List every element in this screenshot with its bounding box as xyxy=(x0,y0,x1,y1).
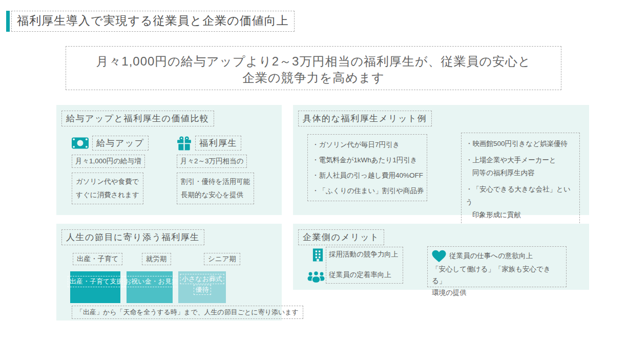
examples-list-right: ・映画館500円引きなど娯楽優待 ・上場企業や大手メーカーと 同等の福利厚生内容… xyxy=(461,133,580,226)
life-block-childcare: 出産・子育て支援 xyxy=(70,271,120,303)
life-block-funeral-label-1: 小さなお葬式 xyxy=(180,274,224,284)
title-accent-bar xyxy=(6,11,10,32)
salary-column: 給与アップ 月々1,000円の給与増 ガソリン代や食費で すぐに消費されます xyxy=(72,135,149,204)
company-merit-1: 採用活動の競争力向上 xyxy=(329,250,398,259)
company-merit-2: 従業員の定着率向上 xyxy=(329,270,391,280)
life-block-gift-money-label: お祝い金・お見舞金 xyxy=(122,276,187,287)
motivation-title: 従業員の仕事への意欲向上 xyxy=(449,251,533,261)
life-stage-blocks: 出産・子育て支援 お祝い金・お見舞金 小さなお葬式 優待 xyxy=(70,271,270,303)
stage-label-senior: シニア期 xyxy=(204,253,240,265)
example-item-cont: 同等の福利厚生内容 xyxy=(466,166,575,179)
welfare-note-line-1: 割引・優待を活用可能 xyxy=(181,178,250,185)
example-item-text: ・映画館500円引きなど娯楽優待 xyxy=(466,137,575,150)
life-header: 人生の節目に寄り添う福利厚生 xyxy=(61,229,204,245)
life-block-gift-money: お祝い金・お見舞金 xyxy=(127,271,173,303)
panel-benefit-examples: 具体的な福利厚生メリット例 ・ガソリン代が毎日7円引き ・電気料金が1kWhあた… xyxy=(293,105,589,215)
motivation-line-1: 「安心して働ける」「家族も安心できる」 xyxy=(432,263,562,287)
example-item-text: ・「安心できる大きな会社」という xyxy=(466,183,575,208)
examples-header: 具体的な福利厚生メリット例 xyxy=(298,111,432,126)
motivation-box: 従業員の仕事への意欲向上 「安心して働ける」「家族も安心できる」 環境の提供 xyxy=(427,246,567,287)
example-item: ・上場企業や大手メーカーと 同等の福利厚生内容 xyxy=(466,154,575,179)
life-block-funeral: 小さなお葬式 優待 xyxy=(178,271,226,303)
life-caption: 「出産」から「天命を全うする時」まで、人生の節目ごとに寄り添います xyxy=(72,306,303,319)
building-icon xyxy=(311,248,324,262)
welfare-amount: 月々2～3万円相当の xyxy=(177,155,247,168)
example-item: ・電気料金が1kWhあたり1円引き xyxy=(312,155,423,165)
lead-line-2: 企業の競争力を高めます xyxy=(66,70,561,86)
page-header: 福利厚生導入で実現する従業員と企業の価値向上 xyxy=(6,11,295,32)
example-item: ・映画館500円引きなど娯楽優待 xyxy=(466,137,575,150)
users-icon xyxy=(307,269,325,284)
panel-life-stages: 人生の節目に寄り添う福利厚生 出産・子育て 就労期 シニア期 出産・子育て支援 … xyxy=(56,224,282,320)
money-icon xyxy=(72,137,89,149)
comparison-header: 給与アップと福利厚生の価値比較 xyxy=(61,111,214,126)
example-item: ・「ふくりの住まい」割引や商品券 xyxy=(312,185,423,196)
company-merit-box: 採用活動の競争力向上 従業員の定着率向上 xyxy=(326,247,403,284)
salary-label: 給与アップ xyxy=(92,136,149,151)
life-block-funeral-label-2: 優待 xyxy=(194,285,211,295)
salary-note-line-2: すぐに消費されます xyxy=(76,191,139,199)
life-block-childcare-label: 出産・子育て支援 xyxy=(68,276,125,287)
welfare-note: 割引・優待を活用可能 長期的な安心を提供 xyxy=(177,173,254,204)
salary-note: ガソリン代や食費で すぐに消費されます xyxy=(72,173,143,204)
example-item: ・ガソリン代が毎日7円引き xyxy=(312,139,423,150)
salary-note-line-1: ガソリン代や食費で xyxy=(76,178,139,185)
panel-value-comparison: 給与アップと福利厚生の価値比較 給与アップ 月々1,000円の給与増 ガソリン代… xyxy=(56,105,282,215)
lead-line-1: 月々1,000円の給与アップより2～3万円相当の福利厚生が、従業員の安心と xyxy=(66,53,561,70)
salary-amount: 月々1,000円の給与増 xyxy=(72,155,145,168)
lead-statement: 月々1,000円の給与アップより2～3万円相当の福利厚生が、従業員の安心と 企業… xyxy=(66,46,561,90)
heart-icon xyxy=(432,250,446,263)
example-item-cont: 印象形成に貢献 xyxy=(466,208,575,221)
welfare-note-line-2: 長期的な安心を提供 xyxy=(181,191,243,199)
panel-company-merits: 企業側のメリット 採用活動の競争力向上 従業員の定着率向上 xyxy=(293,224,589,290)
welfare-label: 福利厚生 xyxy=(195,136,241,151)
example-item-text: ・上場企業や大手メーカーと xyxy=(466,154,575,166)
stage-label-birth: 出産・子育て xyxy=(73,253,122,265)
examples-list-left: ・ガソリン代が毎日7円引き ・電気料金が1kWhあたり1円引き ・新人社員の引っ… xyxy=(307,134,427,201)
motivation-line-2: 環境の提供 xyxy=(432,287,562,298)
welfare-column: 福利厚生 月々2～3万円相当の 割引・優待を活用可能 長期的な安心を提供 xyxy=(177,135,254,204)
gift-icon xyxy=(177,136,192,151)
stage-label-working: 就労期 xyxy=(142,253,171,265)
company-header: 企業側のメリット xyxy=(298,229,384,245)
example-item: ・新人社員の引っ越し費用40%OFF xyxy=(312,170,423,181)
page-title: 福利厚生導入で実現する従業員と企業の価値向上 xyxy=(11,11,295,32)
example-item: ・「安心できる大きな会社」という 印象形成に貢献 xyxy=(466,183,575,221)
